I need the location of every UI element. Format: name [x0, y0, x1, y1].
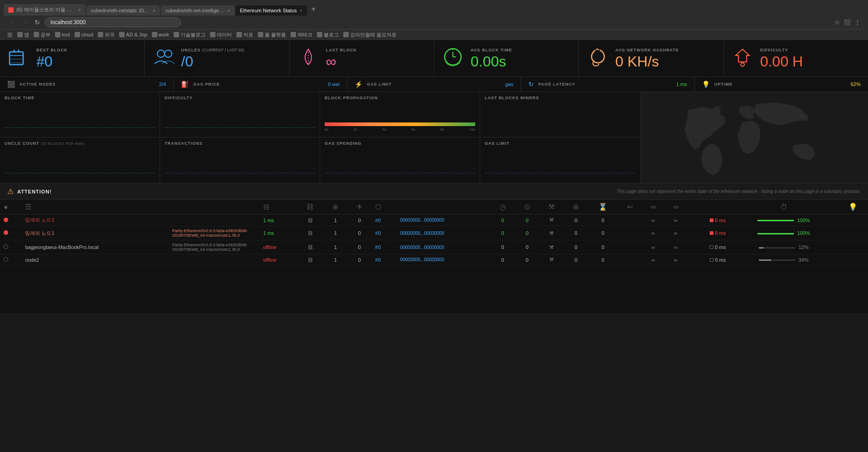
avg-block-time-label: AVG BLOCK TIME [471, 48, 571, 52]
gas-limit-chart: GAS LIMIT [480, 137, 640, 183]
gas-price-label: GAS PRICE [193, 82, 220, 86]
cell-status [0, 214, 21, 226]
bookmark-tech[interactable]: 기술블로그 [174, 31, 206, 38]
bookmark-study[interactable]: 공부 [34, 31, 50, 38]
bookmark-material[interactable]: 자료 [236, 31, 253, 38]
svg-point-13 [741, 63, 744, 66]
cell-peers-icon: ⛓ [297, 214, 323, 226]
avg-block-time-card: AVG BLOCK TIME 0.00s [434, 40, 579, 76]
bookmark-work[interactable]: work [152, 32, 169, 37]
gas-spending-title: GAS SPENDING [325, 141, 475, 146]
col-lastblock: ↩ [618, 200, 642, 214]
bookmark-label-platform: 몰 플랫폼 [265, 31, 286, 38]
cell-block-time: 0 [490, 240, 515, 254]
best-block-icon [7, 46, 30, 71]
bookmark-label-invest: 재테크 [297, 31, 312, 38]
secondary-row: ⬛ ACTIVE NODES 2/4 ⛽ GAS PRICE 0 wei ⚡ G… [0, 77, 868, 92]
cell-latency2: 0 ms [687, 226, 730, 240]
table-row: 밍개의 노드2 1 ms ⛓ 1 0 #0 00000000...0000000… [0, 214, 868, 226]
browser-tab-4[interactable]: Ethereum Network Status × [236, 5, 307, 15]
tab-close-3[interactable]: × [227, 8, 230, 13]
bookmark-cloud[interactable]: cloud [75, 32, 93, 37]
difficulty-label: DIFFICULTY [760, 48, 861, 52]
back-button[interactable]: ← [7, 18, 17, 27]
cell-uncle: 0 [564, 240, 588, 254]
bookmark-folder-icon-11 [258, 32, 263, 37]
attention-text: ATTENTION! [17, 189, 52, 194]
col-latency: ⊟ [260, 200, 297, 214]
browser-tab-1[interactable]: (6) 메이플스토리 마을 보급 (B × [4, 4, 85, 15]
difficulty-value: 0.00 H [760, 54, 861, 69]
new-tab-button[interactable]: + [308, 3, 319, 15]
bookmark-data[interactable]: 데이터 [210, 31, 232, 38]
reload-button[interactable]: ↻ [33, 18, 42, 27]
browser-tab-2[interactable]: cubedro/eth-netstats: Ethereu × [86, 5, 160, 15]
address-bar[interactable]: localhost:3000 [45, 17, 181, 27]
cell-inf1: ∞ [642, 254, 665, 265]
gas-limit-line [485, 173, 636, 173]
bookmark-tool[interactable]: tool [55, 32, 70, 37]
block-time-chart: BLOCK TIME [0, 92, 160, 137]
bookmark-invest[interactable]: 재테크 [291, 31, 312, 38]
col-latency2 [687, 200, 730, 214]
cell-uptime-bar: 100% [729, 226, 838, 240]
bookmark-folder-icon-14 [343, 32, 349, 37]
cell-uncle: 0 [564, 214, 588, 226]
cell-uptime-bar: 34% [729, 254, 838, 265]
bookmark-ad[interactable]: AD & Jop [119, 32, 147, 37]
bookmark-foreign[interactable]: 외국 [98, 31, 115, 38]
hashrate-card: AVG NETWORK HASHRATE 0 KH/s [579, 40, 723, 76]
bookmark-platform[interactable]: 몰 플랫폼 [258, 31, 286, 38]
forward-button[interactable]: → [20, 18, 30, 27]
menu-icon[interactable]: ⋮ [854, 19, 861, 26]
bookmark-lecture[interactable]: 강의만들때 필요자료 [343, 31, 396, 38]
latency-icon: ↻ [528, 81, 534, 88]
cell-peers: 1 [323, 214, 347, 226]
cell-pending: 0 [347, 254, 371, 265]
difficulty-chart-title: DIFFICULTY [165, 96, 315, 100]
table-row: 밍개의 노드1 Parity-Ethereum//v2.6.0-beta-e38… [0, 226, 868, 240]
cell-client [169, 254, 260, 265]
cell-block-time: 0 [490, 214, 515, 226]
difficulty-line [165, 127, 315, 128]
cell-peers-icon: ⛓ [297, 254, 323, 265]
block-prop-area: 0s 2s 4s 6s 8s 10s [325, 102, 475, 132]
cell-inf1: ∞ [642, 214, 665, 226]
cell-mine: ⚒ [539, 214, 564, 226]
bookmark-label-study: 공부 [40, 31, 50, 38]
star-icon[interactable]: ☆ [834, 19, 840, 26]
col-inf2: ∞ [665, 200, 687, 214]
nodes-table: ● ☰ ⊟ ⛓ ⊕ ✈ ⬡ ◷ ⊙ ⚒ ⊕ ⌛ ↩ ∞ ∞ [0, 200, 868, 265]
col-uptime2: 💡 [838, 200, 868, 214]
bookmark-label-ad: AD & Jop [126, 32, 147, 37]
cell-lastblock [618, 240, 642, 254]
uncles-label: UNCLES (CURRENT / LAST 50) [181, 48, 281, 52]
cell-mine: ⚒ [539, 254, 564, 265]
last-block-label: LAST BLOCK [326, 48, 426, 52]
gas-limit-label: GAS LIMIT [367, 82, 392, 86]
active-nodes-label: ACTIVE NODES [20, 82, 56, 86]
cell-latency: 1 ms [260, 226, 297, 240]
tab-close-2[interactable]: × [153, 8, 156, 13]
bookmark-label-app: 앱 [24, 31, 29, 38]
bookmark-blog[interactable]: 블로그 [317, 31, 339, 38]
extensions-icon[interactable]: ⬛ [844, 19, 851, 25]
cell-hash: 00000000...00000000 [396, 240, 491, 254]
world-map [641, 92, 868, 183]
uncle-count-title: UNCLE COUNT (25 BLOCKS PER BAR) [5, 141, 155, 146]
tab-close-4[interactable]: × [300, 8, 302, 13]
apps-icon[interactable]: ⊞ [7, 31, 13, 38]
bookmark-folder-icon-8 [174, 32, 179, 37]
active-nodes-value: 2/4 [159, 81, 166, 87]
bookmark-folder-icon-7 [152, 32, 157, 37]
browser-tab-3[interactable]: cubedro/eth-net-intelligence- × [161, 5, 235, 15]
block-propagation-chart: BLOCK PROPAGATION 0s 2s 4s 6s 8s 10s [320, 92, 480, 137]
gas-price-value: 0 wei [328, 81, 340, 87]
cell-uncle: 0 [564, 254, 588, 265]
tab-close-1[interactable]: × [78, 7, 81, 12]
last-blocks-miners-chart: LAST BLOCKS MINERS [480, 92, 640, 137]
cell-peers: 1 [323, 240, 347, 254]
page-latency-value: 1 ms [676, 81, 687, 87]
page-latency-label: PAGE LATENCY [538, 82, 575, 86]
bookmark-app[interactable]: 앱 [17, 31, 29, 38]
